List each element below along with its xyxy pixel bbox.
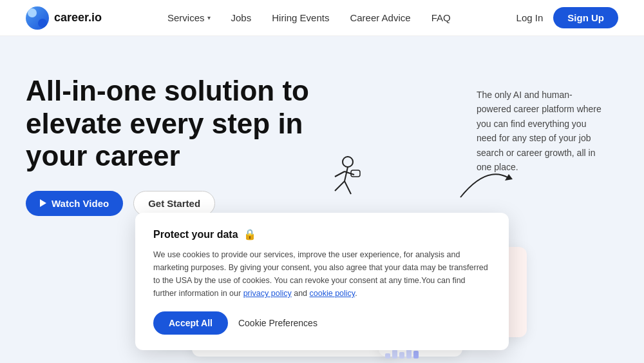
cookie-body: We use cookies to provide our services, … bbox=[153, 248, 491, 300]
nav-link-jobs[interactable]: Jobs bbox=[231, 12, 252, 23]
login-button[interactable]: Log In bbox=[516, 12, 544, 23]
lock-icon: 🔒 bbox=[243, 228, 256, 240]
nav-link-hiring-events[interactable]: Hiring Events bbox=[272, 12, 329, 23]
hero-content: All-in-one solution to elevate every ste… bbox=[26, 75, 322, 216]
svg-line-2 bbox=[335, 181, 345, 191]
accept-all-button[interactable]: Accept All bbox=[153, 311, 228, 335]
signup-button[interactable]: Sign Up bbox=[553, 7, 618, 28]
cookie-policy-link[interactable]: cookie policy bbox=[310, 289, 355, 298]
svg-point-0 bbox=[343, 157, 353, 167]
logo-icon bbox=[26, 6, 49, 30]
cookie-title: Protect your data 🔒 bbox=[153, 228, 491, 240]
bar-3 bbox=[399, 352, 404, 358]
hero-title: All-in-one solution to elevate every ste… bbox=[26, 75, 322, 173]
hero-section: All-in-one solution to elevate every ste… bbox=[0, 36, 644, 363]
cookie-actions: Accept All Cookie Preferences bbox=[153, 311, 491, 335]
nav-actions: Log In Sign Up bbox=[516, 7, 618, 28]
privacy-policy-link[interactable]: privacy policy bbox=[243, 289, 292, 298]
arrow-curve-illustration bbox=[457, 165, 515, 206]
hero-description: The only AI and human-powered career pla… bbox=[477, 88, 605, 174]
logo-text: career.io bbox=[54, 11, 102, 25]
svg-line-1 bbox=[345, 167, 348, 181]
hero-buttons: Watch Video Get Started bbox=[26, 191, 322, 216]
svg-marker-7 bbox=[505, 174, 513, 181]
bar-5 bbox=[413, 351, 419, 358]
watch-video-button[interactable]: Watch Video bbox=[26, 191, 123, 216]
nav-links: Services ▾ Jobs Hiring Events Career Adv… bbox=[167, 12, 451, 23]
cookie-preferences-button[interactable]: Cookie Preferences bbox=[238, 318, 317, 328]
logo[interactable]: career.io bbox=[26, 6, 102, 30]
cookie-banner: Protect your data 🔒 We use cookies to pr… bbox=[135, 213, 509, 350]
play-icon bbox=[40, 199, 46, 207]
bar-1 bbox=[385, 353, 390, 358]
get-started-button[interactable]: Get Started bbox=[133, 191, 215, 216]
svg-line-4 bbox=[335, 172, 345, 177]
nav-link-faq[interactable]: FAQ bbox=[431, 12, 451, 23]
chevron-down-icon: ▾ bbox=[207, 14, 211, 21]
running-figure-illustration bbox=[316, 152, 367, 204]
svg-line-3 bbox=[345, 181, 351, 194]
nav-link-services[interactable]: Services ▾ bbox=[167, 12, 211, 23]
bar-2 bbox=[392, 349, 397, 358]
navbar: career.io Services ▾ Jobs Hiring Events … bbox=[0, 0, 644, 36]
nav-link-career-advice[interactable]: Career Advice bbox=[350, 12, 410, 23]
